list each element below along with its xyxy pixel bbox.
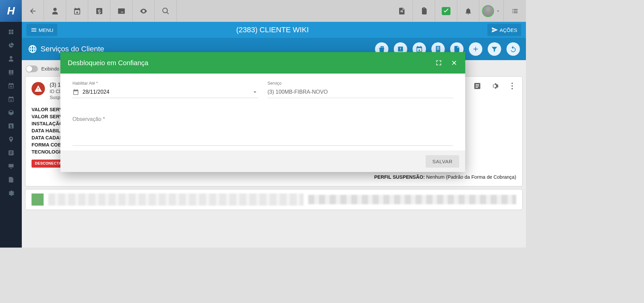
app-logo[interactable]: H: [0, 0, 22, 22]
user-menu[interactable]: [479, 0, 504, 22]
sidebar-item-money[interactable]: [0, 119, 22, 133]
newdoc-icon: [453, 45, 461, 53]
display-toggle[interactable]: [26, 66, 38, 72]
plus-icon: [472, 45, 479, 53]
observacao-input[interactable]: [72, 122, 453, 146]
unlock-modal: Desbloqueio em Confiança Habilitar Até *…: [60, 52, 465, 172]
sidebar-item-doc[interactable]: [0, 173, 22, 186]
sidebar-item-display[interactable]: [0, 160, 22, 173]
notifications-button[interactable]: [457, 0, 479, 22]
money-button[interactable]: [88, 0, 110, 22]
refresh-button[interactable]: [506, 42, 520, 56]
menu-icon: [31, 27, 37, 33]
receipt-icon: [434, 45, 442, 53]
modal-title: Desbloqueio em Confiança: [68, 59, 427, 67]
footer-blur-left: [48, 193, 304, 206]
add-button[interactable]: [469, 42, 482, 56]
footer-card: [25, 189, 523, 210]
footer-square-icon: [32, 193, 44, 206]
actions-label: AÇÕES: [499, 27, 517, 33]
kv-line: TECNOLOGIA: [32, 149, 64, 155]
sidebar-item-book[interactable]: [0, 66, 22, 79]
calendar-icon[interactable]: [72, 89, 79, 95]
sidebar-item-location[interactable]: [0, 133, 22, 146]
list-button[interactable]: [504, 0, 526, 22]
topbar: [22, 0, 526, 22]
servico-label: Serviço: [268, 81, 453, 86]
close-button[interactable]: [450, 59, 458, 67]
gift-icon: [378, 45, 385, 53]
person-button[interactable]: [44, 0, 66, 22]
sidebar: H: [0, 0, 22, 248]
refresh-icon: [509, 45, 517, 53]
alert-icon: [397, 45, 404, 53]
menu-button[interactable]: MENU: [26, 24, 57, 36]
modal-header: Desbloqueio em Confiança: [60, 52, 465, 74]
warning-icon: [32, 82, 45, 95]
calendar-button[interactable]: [66, 0, 88, 22]
toggle-label: Exibindo: [41, 66, 59, 72]
actions-button[interactable]: AÇÕES: [487, 24, 521, 36]
perfil-value: Nenhum (Padrão da Forma de Cobrança): [426, 174, 516, 180]
footer-blur-right: [308, 195, 516, 204]
habilitar-label: Habilitar Até *: [72, 81, 258, 86]
sidebar-item-calendar2[interactable]: [0, 92, 22, 106]
check-button[interactable]: [435, 0, 457, 22]
card-note-button[interactable]: [473, 82, 481, 90]
schedule-icon: [416, 45, 423, 53]
card-more-button[interactable]: [508, 82, 516, 90]
habilitar-input[interactable]: 28/11/2024: [83, 88, 248, 96]
kv-line: DATA HABILIT: [32, 128, 65, 133]
search-button[interactable]: [155, 0, 177, 22]
terminal-button[interactable]: [110, 0, 132, 22]
pdf-button[interactable]: [391, 0, 413, 22]
filter-button[interactable]: [488, 42, 501, 56]
modal-footer: SALVAR: [60, 150, 465, 172]
fullscreen-button[interactable]: [435, 59, 442, 67]
menu-label: MENU: [39, 27, 53, 33]
save-button[interactable]: SALVAR: [426, 155, 459, 168]
sidebar-item-reports[interactable]: [0, 39, 22, 52]
globe-icon: [28, 44, 37, 54]
observacao-label: Observação *: [72, 116, 453, 122]
sidebar-item-box[interactable]: [0, 106, 22, 119]
page-title: (2383) CLIENTE WIKI: [57, 26, 487, 34]
kv-line: INSTALAÇÃO:: [32, 121, 65, 126]
card-settings-button[interactable]: [491, 82, 499, 90]
send-icon: [491, 27, 498, 33]
filter-icon: [491, 45, 498, 53]
sidebar-item-note[interactable]: [0, 146, 22, 160]
servico-input: (3) 100MB-FIBRA-NOVO: [268, 88, 453, 96]
sidebar-item-settings[interactable]: [0, 186, 22, 200]
clipboard-button[interactable]: [413, 0, 435, 22]
sidebar-item-dashboard[interactable]: [0, 25, 22, 39]
sidebar-item-calendar[interactable]: [0, 79, 22, 92]
avatar-icon: [482, 5, 494, 17]
page-header: MENU (2383) CLIENTE WIKI AÇÕES: [22, 22, 526, 38]
perfil-label: PERFIL SUSPENSÃO:: [374, 174, 425, 180]
back-button[interactable]: [22, 0, 44, 22]
view-button[interactable]: [132, 0, 155, 22]
sidebar-item-person[interactable]: [0, 52, 22, 66]
dropdown-icon[interactable]: [252, 89, 258, 95]
